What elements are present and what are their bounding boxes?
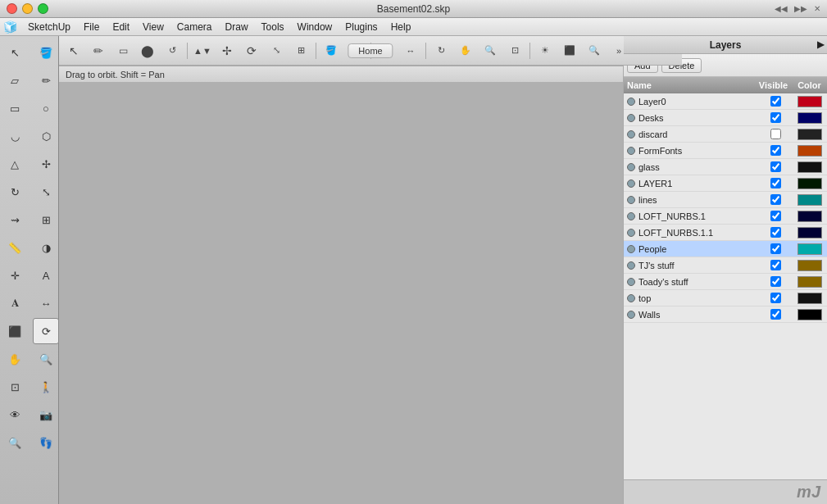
pan-btn[interactable]: ✋ [454, 39, 477, 62]
left-tool-5[interactable]: ○ [33, 95, 59, 121]
layer-row[interactable]: lines [624, 192, 827, 208]
layers-expand-button[interactable]: ▶ [817, 39, 824, 50]
scale-btn[interactable]: ⤡ [265, 39, 288, 62]
layer-visibility-check[interactable] [757, 161, 794, 172]
left-tool-4[interactable]: ▭ [2, 95, 28, 121]
left-tool-17[interactable]: A [33, 262, 59, 288]
layer-row[interactable]: LOFT_NURBS.1 [624, 208, 827, 225]
left-tool-1[interactable]: 🪣 [33, 39, 59, 66]
prev-icon[interactable]: ◀◀ [775, 4, 788, 13]
arc-tool-btn[interactable]: ↺ [161, 39, 184, 62]
move-btn[interactable]: ✢ [216, 39, 239, 62]
left-tool-29[interactable]: 👣 [33, 429, 59, 456]
layer-row[interactable]: People [624, 241, 827, 257]
layer-visibility-check[interactable] [757, 227, 794, 238]
titlebar-controls[interactable] [7, 3, 48, 14]
minimize-button[interactable] [22, 3, 33, 14]
menu-item-plugins[interactable]: Plugins [339, 20, 384, 34]
layer-color-swatch[interactable] [797, 96, 822, 107]
left-tool-18[interactable]: 𝐀 [2, 290, 28, 316]
layer-visibility-check[interactable] [757, 129, 794, 139]
circle-tool-btn[interactable]: ⬤ [136, 39, 159, 62]
layer-visibility-checkbox[interactable] [770, 211, 781, 221]
left-tool-6[interactable]: ◡ [2, 123, 28, 149]
layer-row[interactable]: Layer0 [624, 93, 827, 110]
layer-color-swatch[interactable] [797, 145, 822, 157]
paint-btn[interactable]: 🪣 [320, 39, 343, 62]
layer-visibility-checkbox[interactable] [770, 194, 781, 205]
layer-visibility-checkbox[interactable] [770, 112, 781, 123]
layer-visibility-check[interactable] [757, 309, 794, 320]
layer-visibility-checkbox[interactable] [770, 145, 781, 156]
pencil-tool-btn[interactable]: ✏ [87, 39, 110, 62]
maximize-button[interactable] [38, 3, 48, 14]
push-pull-btn[interactable]: ▲▼ [191, 39, 214, 62]
left-tool-7[interactable]: ⬡ [33, 123, 59, 149]
layer-color-swatch[interactable] [797, 227, 822, 238]
resize-icon[interactable]: ✕ [814, 4, 820, 13]
rotate-btn[interactable]: ⟳ [240, 39, 263, 62]
menu-item-file[interactable]: File [77, 20, 106, 34]
layer-visibility-check[interactable] [757, 211, 794, 221]
left-tool-2[interactable]: ▱ [2, 67, 28, 93]
left-tool-26[interactable]: 👁 [2, 402, 28, 428]
home-button[interactable]: Home [348, 43, 393, 58]
left-tool-27[interactable]: 📷 [33, 402, 59, 428]
layer-visibility-checkbox[interactable] [770, 96, 781, 107]
layer-color-swatch[interactable] [797, 260, 822, 271]
left-tool-25[interactable]: 🚶 [33, 374, 59, 400]
next-icon[interactable]: ▶▶ [794, 4, 807, 13]
layer-visibility-check[interactable] [757, 96, 794, 107]
layer-row[interactable]: top [624, 290, 827, 306]
menu-item-help[interactable]: Help [384, 20, 418, 34]
layer-color-swatch[interactable] [797, 129, 822, 140]
layer-visibility-checkbox[interactable] [770, 129, 781, 139]
zoom-extents-btn[interactable]: ⊡ [503, 39, 526, 62]
layer-row[interactable]: Walls [624, 306, 827, 323]
left-tool-23[interactable]: 🔍 [33, 346, 59, 372]
section-btn[interactable]: ⬛ [558, 39, 581, 62]
layer-color-swatch[interactable] [797, 276, 822, 288]
close-button[interactable] [7, 3, 17, 14]
layer-color-swatch[interactable] [797, 309, 822, 320]
left-tool-9[interactable]: ✢ [33, 151, 59, 177]
layer-color-swatch[interactable] [797, 194, 822, 206]
left-tool-14[interactable]: 📏 [2, 234, 28, 261]
left-tool-12[interactable]: ⇝ [2, 207, 28, 233]
menu-item-edit[interactable]: Edit [106, 20, 136, 34]
layer-visibility-check[interactable] [757, 293, 794, 303]
layer-visibility-checkbox[interactable] [770, 243, 781, 254]
layer-row[interactable]: FormFonts [624, 143, 827, 159]
layer-color-swatch[interactable] [797, 178, 822, 189]
layer-color-swatch[interactable] [797, 211, 822, 222]
left-tool-16[interactable]: ✛ [2, 262, 28, 288]
layer-visibility-checkbox[interactable] [770, 293, 781, 303]
menu-item-window[interactable]: Window [291, 20, 339, 34]
sun-btn[interactable]: ☀ [534, 39, 557, 62]
orbit-btn[interactable]: ↻ [429, 39, 452, 62]
layer-visibility-checkbox[interactable] [770, 178, 781, 188]
layer-visibility-checkbox[interactable] [770, 260, 781, 270]
left-tool-20[interactable]: ⬛ [2, 318, 28, 344]
left-tool-24[interactable]: ⊡ [2, 374, 28, 400]
layer-row[interactable]: discard [624, 126, 827, 143]
layer-row[interactable]: Toady's stuff [624, 274, 827, 290]
menu-item-draw[interactable]: Draw [219, 20, 255, 34]
layer-row[interactable]: LOFT_NURBS.1.1 [624, 225, 827, 241]
left-tool-8[interactable]: △ [2, 151, 28, 177]
layer-visibility-checkbox[interactable] [770, 309, 781, 320]
layer-visibility-check[interactable] [757, 194, 794, 205]
layer-visibility-check[interactable] [757, 145, 794, 156]
menu-item-tools[interactable]: Tools [255, 20, 291, 34]
layer-row[interactable]: Desks [624, 110, 827, 126]
left-tool-21[interactable]: ⟳ [33, 318, 59, 344]
left-tool-28[interactable]: 🔍 [2, 429, 28, 456]
layer-color-swatch[interactable] [797, 293, 822, 304]
left-tool-19[interactable]: ↔ [33, 290, 59, 316]
left-tool-0[interactable]: ↖ [2, 39, 28, 66]
left-tool-22[interactable]: ✋ [2, 346, 28, 372]
layer-visibility-check[interactable] [757, 178, 794, 188]
layer-visibility-check[interactable] [757, 276, 794, 287]
menu-item-view[interactable]: View [136, 20, 170, 34]
left-tool-11[interactable]: ⤡ [33, 179, 59, 205]
